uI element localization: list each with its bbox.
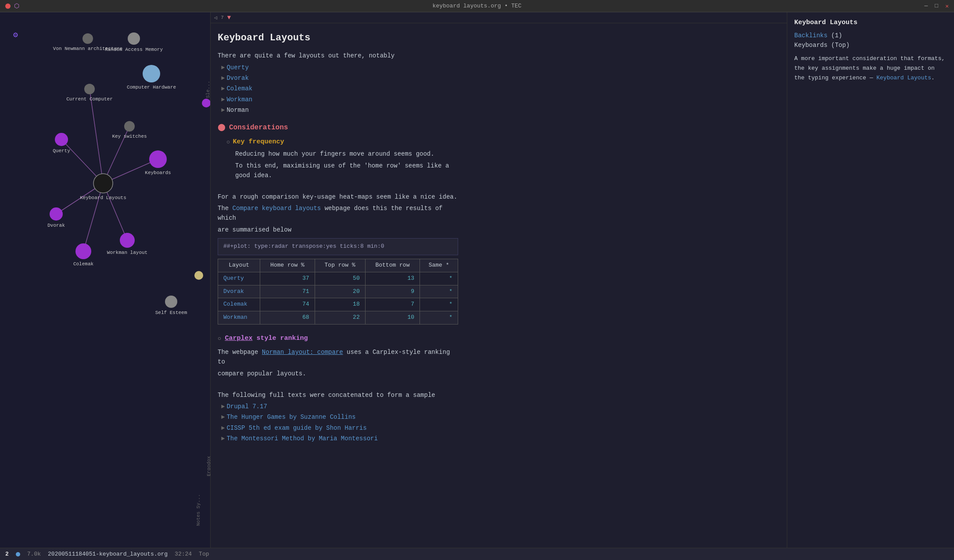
graph-node-random-access-memory[interactable] (128, 32, 140, 45)
cell-bottom: 9 (365, 285, 420, 298)
minimize-button[interactable]: — (925, 3, 928, 9)
table-row: Workman 68 22 10 * (218, 311, 458, 325)
cell-layout[interactable]: Dvorak (218, 285, 260, 298)
table-row: Dvorak 71 20 9 * (218, 285, 458, 298)
maximize-button[interactable]: □ (935, 3, 938, 9)
backlinks-label: Backlinks (794, 32, 828, 39)
list-item: ►Querty (221, 63, 458, 72)
graph-node-label-workman-layout: Workman layout (107, 250, 147, 255)
compare-layouts-link[interactable]: Compare keyboard layouts (233, 205, 321, 212)
toolbar-icon: 7 (221, 15, 224, 20)
cissp-link[interactable]: CISSP 5th ed exam guide by Shon Harris (226, 424, 366, 432)
graph-node-computer-hardware[interactable] (143, 65, 160, 82)
list-item: ►Norman (221, 105, 458, 115)
graph-node-workman-layout[interactable] (120, 233, 135, 248)
graph-node-colemak[interactable] (75, 243, 91, 259)
middle-panel[interactable]: ◁ 7 ▼ Keyboard Layouts There are quite a… (211, 12, 787, 548)
graph-node-querty[interactable] (55, 133, 68, 146)
graph-node-label-random-access-memory: Random Access Memory (105, 47, 163, 52)
page-title: Keyboard Layouts (218, 30, 458, 46)
graph-node-label-colemak: Colemak (73, 261, 94, 267)
key-freq-body2: To this end, maximising use of the 'home… (235, 161, 458, 181)
drupal-link[interactable]: Drupal 7.17 (226, 403, 267, 410)
graph-node-von-neumann[interactable] (82, 33, 93, 44)
content-area: Keyboard Layouts There are quite a few l… (211, 23, 465, 454)
backlinks-link[interactable]: Backlinks (794, 32, 831, 39)
graph-svg: Keyboard LayoutsKeyboardsQuertyDvorakCol… (0, 12, 210, 548)
carplex-body2: compare popular layouts. (218, 369, 458, 378)
status-mode: Top (199, 551, 209, 557)
table-header-home: Home row % (260, 259, 315, 272)
right-panel-backlinks: Backlinks (1) (794, 31, 947, 40)
right-link-label: Keyboard Layouts (876, 75, 931, 81)
cell-home: 37 (260, 272, 315, 285)
back-button[interactable]: ◁ (214, 14, 217, 21)
right-panel: Keyboard Layouts Backlinks (1) Keyboards… (787, 12, 954, 548)
graph-node-current-computer[interactable] (84, 84, 95, 94)
colemak-link[interactable]: Colemak (226, 85, 252, 92)
norman-compare-link[interactable]: Norman layout: compare (262, 349, 343, 356)
graph-node-label-current-computer: Current Computer (66, 96, 113, 102)
considerations-title: Considerations (229, 122, 288, 134)
dvorak-link[interactable]: Dvorak (226, 75, 248, 82)
plot-code-block: ##+plot: type:radar transpose:yes ticks:… (218, 238, 458, 255)
cell-home: 71 (260, 285, 315, 298)
compare-text: The Compare keyboard layouts webpage doe… (218, 203, 458, 223)
carplex-body1: The webpage Norman layout: compare uses … (218, 347, 458, 367)
table-header-top: Top row % (315, 259, 365, 272)
cell-bottom: 10 (365, 311, 420, 325)
right-keyboard-layouts-link[interactable]: Keyboard Layouts (876, 75, 931, 81)
right-suffix: . (931, 75, 935, 81)
workman-link[interactable]: Workman (226, 96, 252, 103)
graph-node-label-key-switches: Key switches (112, 134, 147, 139)
table-header-layout: Layout (218, 259, 260, 272)
main-layout: ⚙ Keyboard LayoutsKeyboardsQuertyDvorakC… (0, 12, 954, 548)
status-filename: 20200511184051-keyboard_layouts.org (48, 551, 168, 557)
triangle-icon[interactable]: ▼ (227, 14, 231, 21)
table-row: Colemak 74 18 7 * (218, 298, 458, 311)
close-button[interactable]: ✕ (945, 3, 949, 10)
side-circle-1[interactable] (194, 271, 203, 280)
cell-bottom: 13 (365, 272, 420, 285)
right-panel-keyboards: Keyboards (Top) (794, 40, 947, 50)
key-freq-body1: Reducing how much your fingers move arou… (235, 149, 458, 159)
carplex-body3: The following full texts were concatenat… (218, 390, 458, 400)
title-bar: ⬡ keyboard layouts.org • TEC — □ ✕ (0, 0, 954, 12)
cell-layout[interactable]: Querty (218, 272, 260, 285)
close-dot[interactable] (5, 4, 11, 9)
carplex-section-header: ○ Carplex style ranking (218, 333, 458, 344)
cell-top: 20 (315, 285, 365, 298)
graph-node-keyboards[interactable] (149, 150, 167, 168)
cell-top: 22 (315, 311, 365, 325)
graph-node-label-computer-hardware: Computer Hardware (127, 85, 176, 90)
cell-layout: Workman (218, 311, 260, 325)
title-bar-controls: — □ ✕ (925, 3, 949, 10)
cell-same: * (420, 298, 458, 311)
graph-node-self-esteem[interactable] (165, 296, 177, 308)
graph-node-keyboard-layouts[interactable] (93, 174, 113, 193)
montessori-link[interactable]: The Montessori Method by Maria Montessor… (226, 435, 377, 442)
intro-text: There are quite a few layouts out there,… (218, 51, 458, 61)
key-frequency-subsection: ○ Key frequency Reducing how much your f… (226, 137, 458, 180)
key-frequency-title: Key frequency (233, 137, 284, 147)
status-position: 32:24 (175, 551, 192, 557)
side-circle-0[interactable] (202, 99, 210, 107)
graph-node-label-keyboard-layouts: Keyboard Layouts (80, 195, 126, 200)
list-item: ►Colemak (221, 84, 458, 93)
status-line-number: 2 (5, 551, 9, 557)
key-freq-bullet: ○ (226, 137, 230, 147)
list-item: ►The Hunger Games by Suzanne Collins (221, 412, 458, 422)
keyboard-table: Layout Home row % Top row % Bottom row S… (218, 259, 458, 325)
querty-link[interactable]: Querty (226, 64, 248, 71)
graph-node-key-switches[interactable] (124, 121, 135, 132)
cell-bottom: 7 (365, 298, 420, 311)
content-toolbar: ◁ 7 ▼ (211, 12, 787, 23)
carplex-bullet: ○ (218, 334, 221, 343)
graph-node-dvorak[interactable] (50, 207, 63, 221)
hunger-games-link[interactable]: The Hunger Games by Suzanne Collins (226, 414, 355, 421)
cell-same: * (420, 311, 458, 325)
right-panel-title: Keyboard Layouts (794, 18, 947, 28)
list-item: ►Dvorak (221, 73, 458, 83)
cell-layout[interactable]: Colemak (218, 298, 260, 311)
title-bar-left: ⬡ (5, 2, 19, 10)
